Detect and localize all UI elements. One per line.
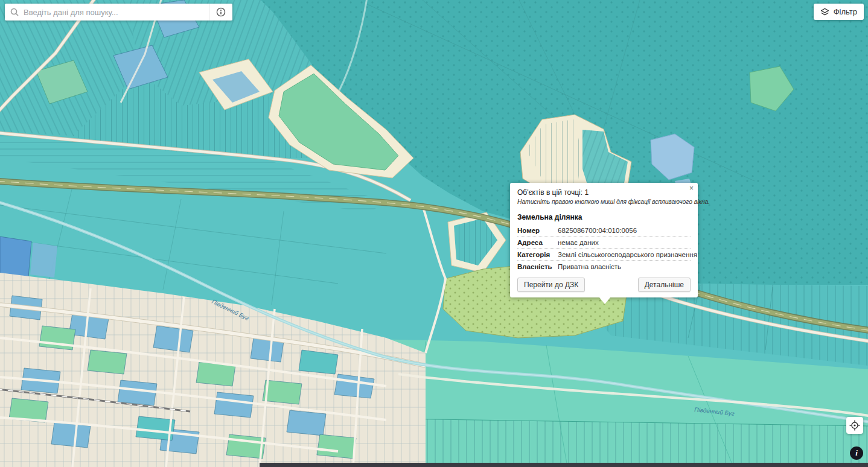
map-popup: × Об'єктів в цій точці: 1 Натисніть прав… [510, 183, 698, 297]
search-input[interactable] [19, 8, 209, 17]
details-button[interactable]: Детальніше [638, 278, 691, 292]
parcel-row-value: 6825086700:04:010:0056 [558, 227, 691, 234]
parcel-row-label: Власність [517, 263, 558, 270]
layers-icon [820, 8, 829, 16]
popup-arrow [599, 297, 610, 304]
parcel-row-ownership: Власність Приватна власність [517, 260, 691, 272]
search-info-button[interactable] [209, 4, 232, 21]
attribution-info-button[interactable]: i [850, 446, 863, 460]
parcel-row-address: Адреса немає даних [517, 236, 691, 248]
geolocate-button[interactable] [846, 417, 863, 434]
parcel-row-value: Землі сільськогосподарського призначення [558, 251, 697, 258]
parcel-row-value: Приватна власність [558, 263, 691, 270]
geolocate-icon [849, 420, 860, 431]
filter-button[interactable]: Фільтр [814, 4, 864, 20]
info-icon [216, 7, 226, 17]
bottom-bar [260, 463, 868, 467]
popup-objects-count: Об'єктів в цій точці: 1 [517, 188, 691, 197]
go-to-dzk-button[interactable]: Перейти до ДЗК [517, 278, 585, 292]
popup-actions: Перейти до ДЗК Детальніше [517, 278, 691, 292]
parcel-row-number: Номер 6825086700:04:010:0056 [517, 224, 691, 236]
parcel-attributes: Номер 6825086700:04:010:0056 Адреса нема… [517, 224, 691, 272]
popup-close-button[interactable]: × [689, 185, 694, 192]
map-stage: Південний Буг Південний Буг Фільтр × Об'… [0, 0, 868, 467]
search-bar [5, 4, 232, 21]
search-icon [10, 8, 19, 16]
popup-hint: Натисніть правою кнопкою миші для фіксац… [517, 199, 691, 205]
parcel-row-value: немає даних [558, 239, 691, 246]
parcel-row-label: Адреса [517, 239, 558, 246]
parcel-section-title: Земельна ділянка [517, 213, 691, 221]
parcel-row-category: Категорія Землі сільськогосподарського п… [517, 248, 691, 260]
map-canvas[interactable]: Південний Буг Південний Буг [0, 0, 868, 467]
parcel-row-label: Номер [517, 227, 558, 234]
filter-button-label: Фільтр [834, 7, 857, 16]
info-letter-icon: i [855, 448, 858, 457]
parcel-row-label: Категорія [517, 251, 558, 258]
